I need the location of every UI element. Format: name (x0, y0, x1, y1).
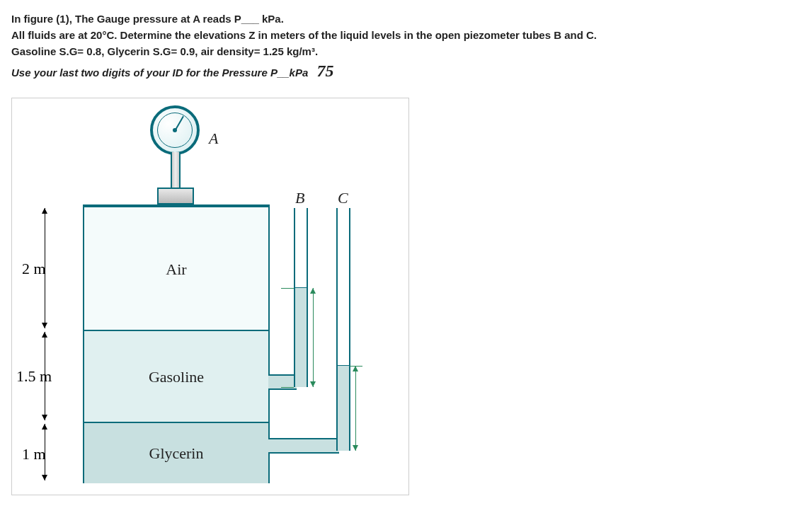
id-value: 75 (316, 62, 333, 80)
piezometer-tube-c (336, 208, 350, 451)
line1-suffix: kPa. (259, 13, 284, 25)
problem-line-2: All fluids are at 20°C. Determine the el… (11, 29, 801, 41)
pressure-gauge (150, 105, 200, 204)
piezometer-tube-b (294, 208, 308, 387)
glycerin-section: Glycerin (84, 422, 268, 483)
tube-c-fluid (338, 365, 349, 451)
z-tick-b-top (281, 288, 294, 289)
gasoline-section: Gasoline (84, 330, 268, 423)
glycerin-label: Glycerin (149, 444, 204, 463)
air-label: Air (166, 260, 186, 279)
gasoline-label: Gasoline (149, 368, 204, 386)
line4-text: Use your last two digits of your ID for … (11, 67, 308, 79)
line1-blank: ___ (241, 13, 259, 25)
air-section: Air (84, 206, 268, 331)
gauge-dial-icon (150, 105, 200, 155)
problem-line-1: In figure (1), The Gauge pressure at A r… (11, 13, 801, 25)
z-tick-b-bot (281, 387, 294, 388)
tube-b-fluid (295, 287, 307, 387)
problem-line-4: Use your last two digits of your ID for … (11, 62, 801, 81)
dim-label-glycerin: 1 m (22, 445, 46, 463)
z-arrow-b (313, 288, 314, 387)
tank: Air Gasoline Glycerin (83, 204, 270, 483)
z-arrow-c (355, 366, 356, 451)
figure-diagram: A Air Gasoline Glycerin 2 m 1.5 m 1 m (11, 98, 409, 495)
problem-statement: In figure (1), The Gauge pressure at A r… (11, 13, 801, 81)
tube-label-c: C (338, 189, 348, 207)
tube-label-b: B (295, 189, 304, 207)
problem-line-3: Gasoline S.G= 0.8, Glycerin S.G= 0.9, ai… (11, 45, 801, 57)
gauge-label-a: A (209, 129, 218, 148)
dim-label-gasoline: 1.5 m (16, 367, 52, 386)
dim-label-air: 2 m (22, 260, 46, 278)
pipe-connector-c (268, 438, 339, 454)
line1-prefix: In figure (1), The Gauge pressure at A r… (11, 13, 241, 25)
